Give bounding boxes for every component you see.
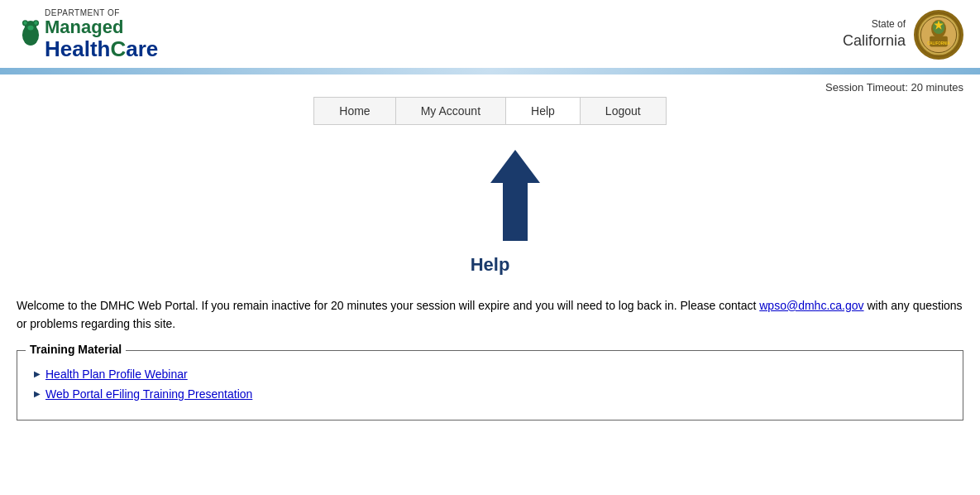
help-arrow-container xyxy=(490,150,540,241)
logo-are: are xyxy=(126,37,158,61)
nav-container: Home My Account Help Logout xyxy=(0,97,980,125)
session-timeout: Session Timeout: 20 minutes xyxy=(0,74,980,97)
svg-text:CALIFORNIA: CALIFORNIA xyxy=(927,41,950,46)
help-section: Help xyxy=(0,133,980,284)
efiling-training-link[interactable]: Web Portal eFiling Training Presentation xyxy=(45,387,252,401)
logo-health: Health xyxy=(45,37,110,61)
nav-logout[interactable]: Logout xyxy=(581,98,666,124)
nav-home[interactable]: Home xyxy=(314,98,395,124)
seal-svg: CALIFORNIA xyxy=(916,12,961,57)
svg-point-5 xyxy=(34,22,37,25)
nav-my-account[interactable]: My Account xyxy=(396,98,506,124)
training-link-item-2: Web Portal eFiling Training Presentation xyxy=(34,387,946,401)
session-timeout-text: Session Timeout: 20 minutes xyxy=(825,81,963,94)
arrow-head-icon xyxy=(490,150,540,183)
training-link-item-1: Health Plan Profile Webinar xyxy=(34,368,946,381)
state-california: State of California CALIFORNIA xyxy=(843,10,963,60)
bear-icon xyxy=(18,18,43,48)
welcome-text-part1: Welcome to the DMHC Web Portal. If you r… xyxy=(17,299,759,312)
nav-bar: Home My Account Help Logout xyxy=(313,97,666,125)
main-content: Welcome to the DMHC Web Portal. If you r… xyxy=(0,284,980,433)
california-seal: CALIFORNIA xyxy=(914,10,963,60)
svg-point-6 xyxy=(27,26,33,31)
header-bar xyxy=(0,68,980,74)
state-text: State of California xyxy=(843,18,906,50)
svg-point-4 xyxy=(23,22,26,25)
page-header: DEPARTMENT OF Managed Health C are State… xyxy=(0,0,980,61)
training-legend: Training Material xyxy=(26,343,126,356)
nav-help[interactable]: Help xyxy=(506,98,581,124)
california-label: California xyxy=(843,31,906,50)
arrow-shaft-icon xyxy=(503,183,528,241)
welcome-text: Welcome to the DMHC Web Portal. If you r… xyxy=(17,296,963,334)
health-plan-webinar-link[interactable]: Health Plan Profile Webinar xyxy=(45,368,188,381)
help-title: Help xyxy=(471,254,510,276)
logo-c: C xyxy=(110,37,126,61)
logo-managed: Managed xyxy=(45,17,123,37)
training-material-box: Training Material Health Plan Profile We… xyxy=(17,350,963,421)
state-of-label: State of xyxy=(843,18,906,31)
logo-container: DEPARTMENT OF Managed Health C are xyxy=(17,8,158,61)
logo-text: DEPARTMENT OF Managed Health C are xyxy=(45,8,158,61)
email-link[interactable]: wpso@dmhc.ca.gov xyxy=(759,299,863,312)
training-links-list: Health Plan Profile Webinar Web Portal e… xyxy=(34,363,946,401)
help-title-row: Help xyxy=(471,248,510,276)
